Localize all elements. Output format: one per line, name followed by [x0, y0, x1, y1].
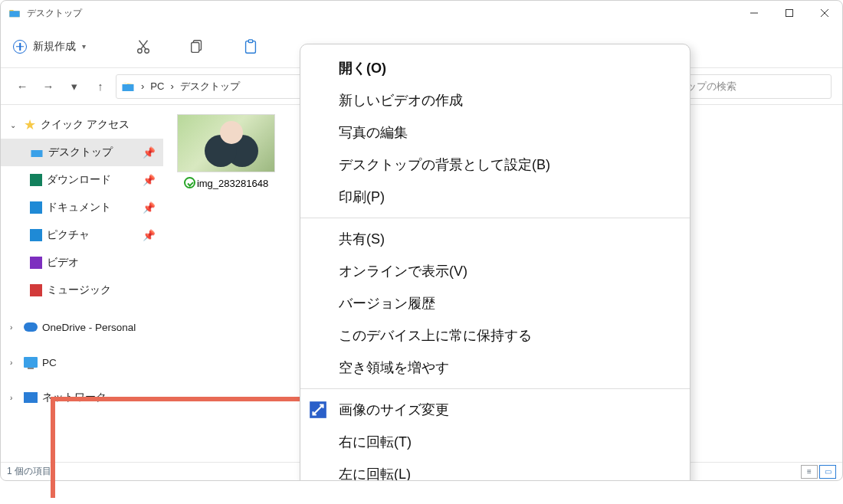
chevron-down-icon: ▾	[82, 42, 86, 51]
plus-icon	[13, 40, 27, 54]
crumb-pc[interactable]: PC	[150, 80, 164, 92]
ctx-open[interactable]: 開く(O)	[300, 52, 690, 84]
file-thumbnail	[177, 114, 275, 172]
annotation-arrow	[51, 397, 300, 498]
picture-icon	[30, 229, 42, 241]
recent-dropdown[interactable]: ▾	[64, 80, 85, 93]
icons-view-button[interactable]: ▭	[819, 465, 836, 479]
back-button[interactable]: ←	[11, 80, 33, 93]
minimize-button[interactable]	[736, 1, 772, 25]
cut-icon[interactable]	[135, 38, 152, 55]
download-icon	[30, 174, 42, 186]
ctx-rotate-right[interactable]: 右に回転(T)	[300, 426, 690, 458]
pin-icon: 📌	[143, 146, 156, 159]
crumb-desktop[interactable]: デスクトップ	[180, 80, 240, 93]
pc-icon	[24, 357, 38, 368]
star-icon: ★	[24, 116, 36, 133]
network-icon	[24, 392, 38, 403]
copy-icon[interactable]	[189, 38, 205, 55]
ctx-new-video[interactable]: 新しいビデオの作成	[300, 84, 690, 116]
ctx-always-keep[interactable]: このデバイス上に常に保持する	[300, 319, 690, 352]
new-label: 新規作成	[33, 40, 76, 54]
sidebar-item-desktop[interactable]: デスクトップ📌	[1, 139, 163, 166]
ctx-share[interactable]: 共有(S)	[300, 223, 690, 255]
video-icon	[30, 257, 42, 269]
ctx-print[interactable]: 印刷(P)	[300, 181, 690, 213]
maximize-button[interactable]	[772, 1, 807, 25]
folder-icon	[8, 7, 21, 19]
ctx-free-space[interactable]: 空き領域を増やす	[300, 352, 690, 384]
close-button[interactable]	[807, 1, 842, 25]
sidebar-item-pictures[interactable]: ピクチャ📌	[1, 221, 163, 249]
sidebar-item-onedrive[interactable]: ›OneDrive - Personal	[1, 313, 163, 341]
sidebar-item-pc[interactable]: ›PC	[1, 349, 163, 376]
separator	[300, 218, 690, 218]
sidebar-item-videos[interactable]: ビデオ	[1, 249, 163, 277]
svg-rect-9	[192, 42, 199, 52]
resize-icon	[308, 400, 328, 420]
document-icon	[30, 201, 42, 214]
sidebar-item-quick-access[interactable]: ⌄★クイック アクセス	[1, 111, 163, 139]
ctx-version-history[interactable]: バージョン履歴	[300, 287, 690, 319]
ctx-edit-photo[interactable]: 写真の編集	[300, 116, 690, 149]
titlebar: デスクトップ	[1, 1, 842, 25]
pin-icon: 📌	[143, 229, 156, 241]
item-count: 1 個の項目	[7, 465, 51, 478]
ctx-set-background[interactable]: デスクトップの背景として設定(B)	[300, 149, 690, 181]
separator	[300, 388, 690, 389]
folder-icon	[121, 80, 135, 93]
details-view-button[interactable]: ≡	[801, 465, 818, 479]
ctx-rotate-left[interactable]: 左に回転(L)	[300, 458, 690, 481]
svg-rect-1	[786, 10, 793, 17]
sidebar-item-music[interactable]: ミュージック	[1, 277, 163, 304]
context-menu: 開く(O) 新しいビデオの作成 写真の編集 デスクトップの背景として設定(B) …	[300, 44, 690, 481]
file-name: img_283281648	[197, 178, 268, 189]
window-title: デスクトップ	[27, 7, 82, 20]
new-button[interactable]: 新規作成 ▾	[13, 40, 86, 54]
paste-icon[interactable]	[242, 38, 259, 55]
ctx-view-online[interactable]: オンラインで表示(V)	[300, 255, 690, 287]
pin-icon: 📌	[143, 201, 156, 214]
file-item[interactable]: img_283281648	[172, 114, 280, 189]
ctx-resize-image[interactable]: 画像のサイズ変更	[300, 394, 690, 426]
forward-button[interactable]: →	[38, 80, 59, 93]
folder-icon	[30, 146, 44, 159]
sidebar-item-documents[interactable]: ドキュメント📌	[1, 194, 163, 221]
svg-rect-11	[248, 39, 253, 42]
sidebar-item-downloads[interactable]: ダウンロード📌	[1, 166, 163, 194]
sync-icon	[184, 177, 195, 188]
music-icon	[30, 284, 42, 296]
onedrive-icon	[24, 322, 38, 332]
pin-icon: 📌	[143, 174, 156, 186]
up-button[interactable]: ↑	[90, 80, 111, 93]
